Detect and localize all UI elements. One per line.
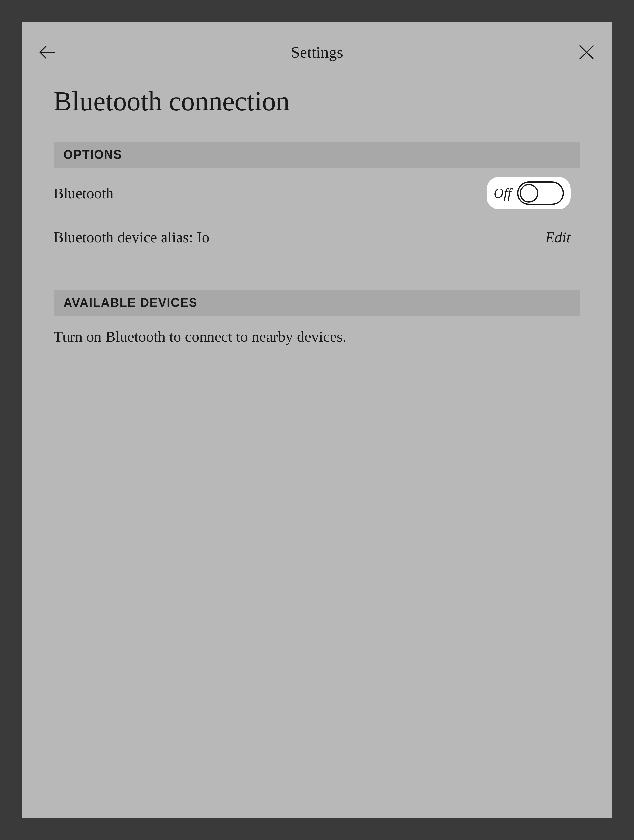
device-alias-row: Bluetooth device alias: Io Edit [54,219,580,255]
close-icon [577,43,596,62]
toggle-state-label: Off [493,185,511,201]
edit-alias-button[interactable]: Edit [545,229,571,246]
bluetooth-toggle[interactable]: Off [487,177,571,209]
back-button[interactable] [36,41,58,63]
page-title: Bluetooth connection [54,85,580,117]
content-area: Bluetooth connection OPTIONS Bluetooth O… [22,85,612,358]
device-alias-label: Bluetooth device alias: Io [54,229,209,246]
available-devices-message: Turn on Bluetooth to connect to nearby d… [54,316,580,358]
header-bar: Settings [22,22,612,73]
settings-screen: Settings Bluetooth connection OPTIONS Bl… [22,22,612,818]
header-title: Settings [291,43,343,62]
bluetooth-toggle-row: Bluetooth Off [54,167,580,219]
available-devices-section-header: AVAILABLE DEVICES [54,290,580,316]
arrow-left-icon [38,43,57,62]
toggle-switch-icon [517,182,564,205]
bluetooth-label: Bluetooth [54,185,114,202]
options-section-header: OPTIONS [54,142,580,167]
toggle-knob [520,184,538,202]
close-button[interactable] [576,41,598,63]
